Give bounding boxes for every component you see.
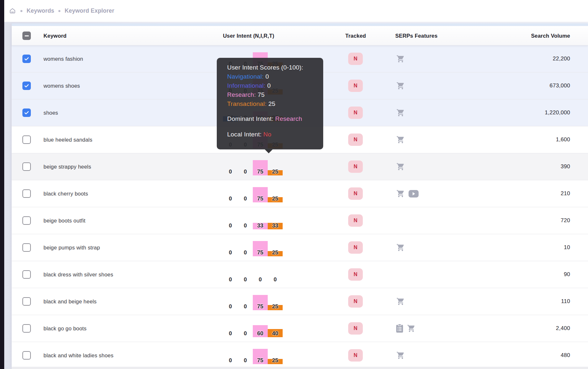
intent-bars[interactable]: 006040 xyxy=(223,316,283,337)
row-checkbox[interactable] xyxy=(22,216,31,225)
intent-value: 25 xyxy=(268,196,283,202)
tracked-badge[interactable]: N xyxy=(348,322,363,335)
tracked-badge[interactable]: N xyxy=(348,349,363,362)
select-all-checkbox[interactable] xyxy=(22,32,31,40)
search-volume-value: 480 xyxy=(561,352,570,359)
column-header-tracked[interactable]: Tracked xyxy=(339,26,372,45)
serp-features xyxy=(396,351,405,360)
score-label: Navigational: xyxy=(227,73,263,80)
shopping-cart-icon xyxy=(396,82,405,90)
intent-value: 0 xyxy=(238,276,253,283)
clipboard-icon xyxy=(396,324,403,333)
row-checkbox[interactable] xyxy=(22,55,31,63)
intent-value: 60 xyxy=(253,330,268,337)
row-checkbox[interactable] xyxy=(22,189,31,198)
intent-bar-r: 75 xyxy=(253,241,268,256)
shopping-cart-icon xyxy=(396,108,405,117)
local-intent-value: No xyxy=(263,131,272,138)
score-label: Transactional: xyxy=(227,100,266,107)
keyword-label: shoes xyxy=(43,110,58,116)
intent-bars[interactable]: 0000 xyxy=(223,262,283,283)
keyword-label: black and white ladies shoes xyxy=(43,352,114,359)
row-checkbox[interactable] xyxy=(22,243,31,252)
search-volume-value: 673,000 xyxy=(549,83,570,89)
row-checkbox[interactable] xyxy=(22,108,31,117)
tracked-badge[interactable]: N xyxy=(348,295,363,308)
shopping-cart-icon xyxy=(396,297,405,306)
table-row[interactable]: beige boots outfit003333N720 xyxy=(12,207,588,234)
breadcrumb-item-keyword-explorer[interactable]: Keyword Explorer xyxy=(65,7,114,14)
keyword-label: black cherry boots xyxy=(43,191,88,197)
row-checkbox[interactable] xyxy=(22,162,31,171)
serp-features xyxy=(396,162,405,171)
check-icon xyxy=(24,56,30,62)
dominant-intent-value: Research xyxy=(275,115,302,122)
tracked-badge[interactable]: N xyxy=(348,187,363,200)
tooltip-title: User Intent Scores (0-100): xyxy=(227,63,323,72)
intent-bar-r: 75 xyxy=(253,160,268,175)
score-label: Research: xyxy=(227,91,256,98)
tracked-badge[interactable]: N xyxy=(348,80,363,92)
row-checkbox[interactable] xyxy=(22,270,31,279)
row-checkbox[interactable] xyxy=(22,297,31,306)
column-header-search-volume[interactable]: Search Volume xyxy=(531,26,570,45)
table-row[interactable]: black go go boots006040N2,400 xyxy=(12,315,588,342)
intent-value: 0 xyxy=(238,303,253,310)
tooltip-score-line: Transactional: 25 xyxy=(227,99,323,108)
tracked-badge[interactable]: N xyxy=(348,241,363,254)
intent-value: 75 xyxy=(253,303,268,310)
intent-bar-r: 75 xyxy=(253,187,268,202)
home-icon[interactable] xyxy=(9,7,16,15)
tracked-badge[interactable]: N xyxy=(348,107,363,119)
intent-bars[interactable]: 007525 xyxy=(223,343,283,364)
intent-bars[interactable]: 007525 xyxy=(223,155,283,175)
column-header-keyword[interactable]: Keyword xyxy=(43,26,67,45)
intent-bars[interactable]: 007525 xyxy=(223,235,283,256)
intent-bar-t: 25 xyxy=(268,170,283,175)
table-row[interactable]: beige pumps with strap007525N10 xyxy=(12,234,588,261)
serp-features xyxy=(396,297,405,306)
shopping-cart-icon xyxy=(396,351,405,360)
tracked-badge[interactable]: N xyxy=(348,53,363,65)
table-row[interactable]: black dress with silver shoes0000N90 xyxy=(12,261,588,288)
score-value: 0 xyxy=(263,73,269,80)
table-row[interactable]: black cherry boots007525N210 xyxy=(12,180,588,207)
table-row[interactable]: beige strappy heels007525N390 xyxy=(12,153,588,180)
breadcrumb-item-keywords[interactable]: Keywords xyxy=(27,7,54,14)
intent-bar-t: 25 xyxy=(268,251,283,256)
search-volume-value: 110 xyxy=(561,298,570,305)
tracked-badge[interactable]: N xyxy=(348,268,363,281)
intent-value: 0 xyxy=(223,303,238,310)
tracked-badge[interactable]: N xyxy=(348,214,363,227)
intent-bar-t: 25 xyxy=(268,305,283,310)
intent-bar-r: 75 xyxy=(253,295,268,310)
column-header-user-intent[interactable]: User Intent (N,I,R,T) xyxy=(223,26,274,45)
row-checkbox[interactable] xyxy=(22,324,31,333)
tooltip-arrow xyxy=(265,149,273,153)
table-row[interactable]: black and white ladies shoes007525N480 xyxy=(12,342,588,367)
intent-value: 33 xyxy=(268,223,283,229)
intent-bar-r: 75 xyxy=(253,349,268,364)
serp-features xyxy=(396,55,405,63)
table-header-row: Keyword User Intent (N,I,R,T) Tracked SE… xyxy=(12,26,588,45)
tracked-badge[interactable]: N xyxy=(348,134,363,146)
intent-value: 0 xyxy=(238,169,253,175)
intent-bars[interactable]: 003333 xyxy=(223,209,283,229)
shopping-cart-icon xyxy=(407,324,416,333)
keyword-label: beige pumps with strap xyxy=(43,245,100,251)
intent-value: 75 xyxy=(253,357,268,364)
sidebar-edge xyxy=(0,0,4,369)
check-icon xyxy=(24,110,30,116)
table-row[interactable]: black and beige heels007525N110 xyxy=(12,288,588,315)
row-checkbox[interactable] xyxy=(22,351,31,360)
shopping-cart-icon xyxy=(396,55,405,63)
intent-bars[interactable]: 007525 xyxy=(223,182,283,202)
intent-value: 0 xyxy=(253,276,268,283)
tooltip-dominant-intent: Dominant Intent: Research xyxy=(227,114,323,123)
tracked-badge[interactable]: N xyxy=(348,160,363,173)
row-checkbox[interactable] xyxy=(22,82,31,90)
intent-bars[interactable]: 007525 xyxy=(223,289,283,310)
intent-value: 25 xyxy=(268,249,283,256)
column-header-serps-features[interactable]: SERPs Features xyxy=(395,26,437,45)
row-checkbox[interactable] xyxy=(22,135,31,144)
